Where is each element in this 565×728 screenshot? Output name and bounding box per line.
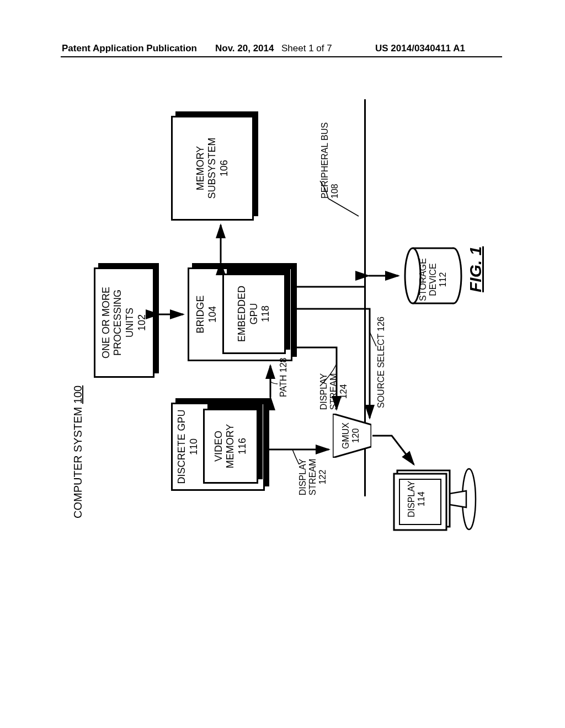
gmux-ref: 120 [351, 429, 360, 443]
display-label: DISPLAY [407, 481, 416, 517]
path-128-label: PATH 128 [279, 358, 289, 397]
embedded-gpu-block: EMBEDDED GPU 118 [222, 274, 286, 354]
ds122-label: DISPLAY STREAM [298, 459, 317, 496]
cpu-line1: ONE OR MORE [100, 287, 113, 358]
dgpu-label: DISCRETE GPU [176, 409, 188, 484]
peripheral-bus-label: PERIPHERAL BUS 108 [320, 122, 340, 199]
cpu-line2: PROCESSING [112, 290, 124, 356]
video-memory-block: VIDEO MEMORY 116 [203, 409, 258, 484]
bridge-label: BRIDGE [195, 296, 207, 334]
mem-ref: 106 [218, 160, 231, 176]
gmux-label: GMUX [341, 422, 350, 449]
storage-l1: STORAGE [418, 258, 428, 301]
path128-ref: 128 [279, 358, 288, 373]
gmux-label-group: GMUX 120 [341, 422, 361, 449]
storage-label-group: STORAGE DEVICE 112 [418, 258, 448, 301]
display-stream-122-label: DISPLAY STREAM 122 [298, 455, 328, 499]
display-stream-124-label: DISPLAY STREAM 124 [319, 370, 349, 414]
cpu-line3: UNITS [124, 308, 136, 338]
pbus-label: PERIPHERAL BUS [320, 122, 329, 199]
system-title-text: COMPUTER SYSTEM [72, 404, 84, 518]
pbus-ref: 108 [330, 184, 339, 199]
mem-line2: SUBSYSTEM [206, 137, 218, 199]
discrete-gpu-block: DISCRETE GPU 110 VIDEO MEMORY 116 [171, 403, 265, 491]
cpu-block: ONE OR MORE PROCESSING UNITS 102 [94, 267, 154, 378]
cpu-ref: 102 [136, 314, 148, 331]
ds122-ref: 122 [318, 470, 327, 485]
path128-label: PATH [279, 375, 288, 397]
vmem-ref: 116 [237, 438, 249, 454]
display-label-group: DISPLAY 114 [407, 481, 427, 517]
bridge-block: BRIDGE 104 EMBEDDED GPU 118 [188, 267, 292, 361]
bridge-ref: 104 [207, 306, 219, 323]
storage-ref: 112 [438, 272, 447, 287]
figure-diagram: COMPUTER SYSTEM 100 ONE OR MORE PROCESSI… [61, 88, 565, 529]
egpu-ref: 118 [260, 306, 272, 322]
dgpu-ref: 110 [188, 438, 200, 455]
mem-line1: MEMORY [195, 146, 207, 191]
memory-block: MEMORY SUBSYSTEM 106 [171, 116, 254, 221]
egpu-label: EMBEDDED GPU [236, 275, 260, 352]
vmem-line1: VIDEO [213, 431, 225, 462]
source-select-label: SOURCE SELECT 126 [376, 317, 386, 408]
figure-caption: FIG. 1 [466, 247, 485, 292]
storage-l2: DEVICE [428, 263, 438, 296]
vmem-line2: MEMORY [225, 424, 237, 469]
display-ref: 114 [417, 491, 426, 506]
srcsel-label: SOURCE SELECT [376, 334, 386, 408]
system-title-ref: 100 [72, 386, 84, 404]
ds124-label: DISPLAY STREAM [319, 373, 338, 410]
system-title: COMPUTER SYSTEM 100 [72, 386, 84, 518]
ds124-ref: 124 [339, 384, 348, 399]
display-icon [389, 461, 479, 538]
srcsel-ref: 126 [376, 317, 386, 331]
